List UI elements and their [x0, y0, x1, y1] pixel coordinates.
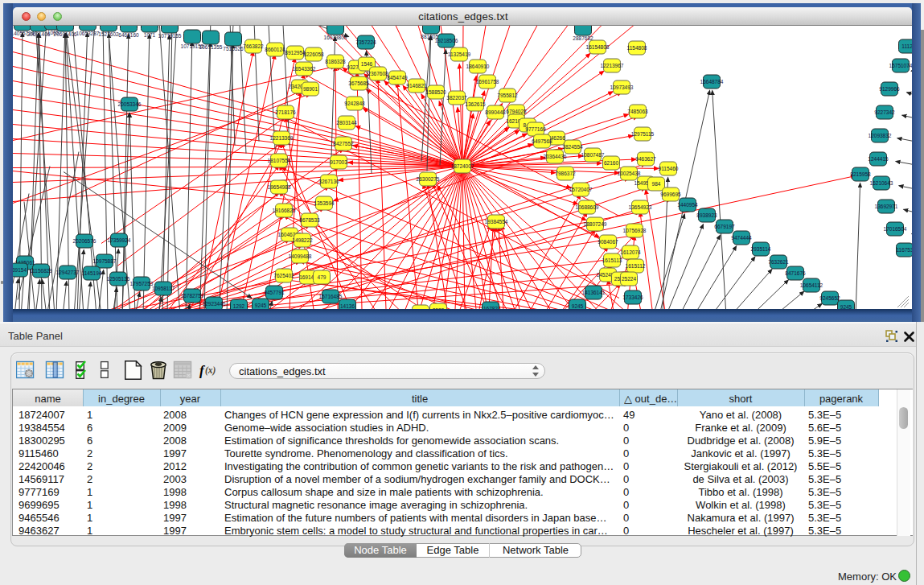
svg-text:1244415: 1244415 [868, 155, 889, 161]
svg-text:8660124: 8660124 [265, 46, 285, 51]
svg-text:1615112: 1615112 [626, 262, 646, 268]
svg-text:8454749: 8454749 [387, 74, 408, 80]
svg-text:2935114: 2935114 [751, 245, 771, 251]
svg-text:8186328: 8186328 [325, 58, 346, 64]
svg-text:9457791: 9457791 [264, 289, 285, 295]
svg-text:19218506: 19218506 [435, 37, 458, 43]
svg-text:9474444: 9474444 [731, 234, 752, 240]
svg-text:9245: 9245 [840, 303, 852, 309]
svg-text:12213967: 12213967 [601, 62, 624, 68]
svg-text:62160: 62160 [604, 159, 618, 165]
svg-text:19384554: 19384554 [485, 218, 508, 224]
svg-text:9777169: 9777169 [525, 126, 546, 131]
svg-text:18107554: 18107554 [268, 157, 291, 163]
svg-text:7632621: 7632621 [768, 258, 789, 264]
svg-text:19166825: 19166825 [273, 207, 296, 212]
svg-text:11156829: 11156829 [30, 267, 52, 273]
svg-text:9699695: 9699695 [660, 191, 681, 196]
svg-text:3824554: 3824554 [562, 143, 583, 149]
svg-text:13654923: 13654923 [629, 204, 652, 209]
svg-text:10807487: 10807487 [581, 151, 605, 157]
svg-text:984: 984 [652, 180, 661, 186]
svg-text:20053346: 20053346 [118, 101, 142, 106]
svg-text:10025438: 10025438 [618, 170, 641, 175]
svg-text:7663822: 7663822 [243, 43, 264, 48]
svg-text:15751074: 15751074 [889, 62, 912, 68]
svg-text:18640910: 18640910 [466, 63, 490, 68]
svg-text:1362615: 1362615 [465, 101, 486, 106]
svg-text:10653287: 10653287 [76, 30, 100, 35]
svg-text:15716485: 15716485 [319, 293, 343, 299]
svg-text:10756928: 10756928 [623, 227, 647, 233]
svg-text:16782759: 16782759 [181, 292, 204, 298]
svg-text:7986372: 7986372 [555, 170, 576, 175]
svg-text:8226058: 8226058 [303, 51, 324, 56]
svg-text:917003: 917003 [330, 159, 347, 164]
svg-text:7357224: 7357224 [355, 39, 376, 44]
svg-text:7955812: 7955812 [497, 92, 518, 97]
svg-text:2367608: 2367608 [368, 70, 388, 76]
svg-text:6466160: 6466160 [118, 31, 139, 37]
svg-text:11325419: 11325419 [448, 51, 471, 56]
svg-text:16782: 16782 [483, 305, 498, 309]
svg-text:10671355: 10671355 [199, 43, 223, 49]
svg-text:12942737: 12942737 [56, 269, 80, 274]
svg-text:20206576: 20206576 [73, 237, 97, 243]
svg-text:6679197: 6679197 [714, 223, 735, 229]
svg-text:12213369: 12213369 [270, 134, 294, 140]
svg-text:9129966: 9129966 [879, 85, 900, 91]
svg-text:3267130: 3267130 [318, 178, 339, 183]
svg-text:16961758: 16961758 [476, 78, 499, 84]
svg-text:2803144: 2803144 [336, 119, 357, 125]
svg-text:1498222: 1498222 [292, 237, 313, 242]
svg-text:1527602: 1527602 [98, 31, 119, 36]
svg-text:1440954: 1440954 [677, 201, 698, 207]
svg-text:9227342: 9227342 [874, 109, 895, 114]
svg-text:10719155: 10719155 [158, 32, 182, 38]
svg-text:1546: 1546 [361, 60, 373, 66]
svg-text:10975887: 10975887 [93, 257, 117, 263]
svg-text:18724007: 18724007 [451, 163, 474, 168]
svg-text:19654983: 19654983 [268, 183, 291, 189]
svg-text:116753: 116753 [896, 246, 912, 252]
svg-text:8678533: 8678533 [299, 216, 320, 222]
svg-text:14136141: 14136141 [582, 289, 606, 295]
svg-text:9245: 9245 [255, 302, 267, 307]
svg-text:9115460: 9115460 [659, 165, 679, 171]
svg-text:98901: 98901 [303, 85, 318, 91]
svg-text:12505135: 12505135 [107, 275, 130, 281]
svg-text:7485063: 7485063 [627, 108, 648, 113]
svg-text:26300275: 26300275 [417, 175, 440, 181]
svg-text:39154: 39154 [13, 266, 27, 272]
svg-text:12093832: 12093832 [869, 132, 892, 138]
svg-text:8938923: 8938923 [696, 212, 717, 217]
svg-text:2718176: 2718176 [275, 109, 296, 114]
svg-text:7625402: 7625402 [273, 272, 294, 278]
svg-text:10973493: 10973493 [610, 84, 634, 89]
svg-text:17016504: 17016504 [884, 225, 907, 231]
svg-text:9242848: 9242848 [344, 100, 365, 105]
svg-text:8215958: 8215958 [850, 171, 871, 176]
svg-text:1292: 1292 [233, 303, 245, 308]
svg-text:1612074: 1612074 [620, 249, 641, 254]
svg-text:12975115: 12975115 [631, 130, 655, 136]
svg-text:14136: 14136 [340, 303, 355, 308]
svg-text:1145194: 1145194 [82, 270, 102, 275]
svg-text:6497568: 6497568 [532, 138, 552, 143]
svg-text:1353594: 1353594 [314, 200, 335, 205]
svg-text:16154808: 16154808 [586, 43, 610, 49]
svg-text:2887682: 2887682 [573, 35, 593, 40]
svg-text:3822037: 3822037 [446, 94, 467, 100]
svg-text:16648784: 16648784 [700, 78, 724, 84]
svg-text:17957253: 17957253 [130, 280, 154, 286]
svg-text:7515526: 7515526 [223, 45, 244, 51]
svg-text:20691406: 20691406 [54, 31, 77, 36]
svg-text:10958117: 10958117 [152, 285, 175, 290]
svg-text:14099488: 14099488 [289, 253, 312, 258]
svg-text:8427552: 8427552 [333, 140, 354, 146]
svg-text:1154808: 1154808 [627, 44, 647, 50]
svg-text:1615113: 1615113 [602, 257, 622, 262]
svg-text:16543362: 16543362 [293, 65, 316, 71]
svg-text:9463627: 9463627 [635, 155, 656, 161]
svg-text:13692971: 13692971 [875, 203, 898, 208]
